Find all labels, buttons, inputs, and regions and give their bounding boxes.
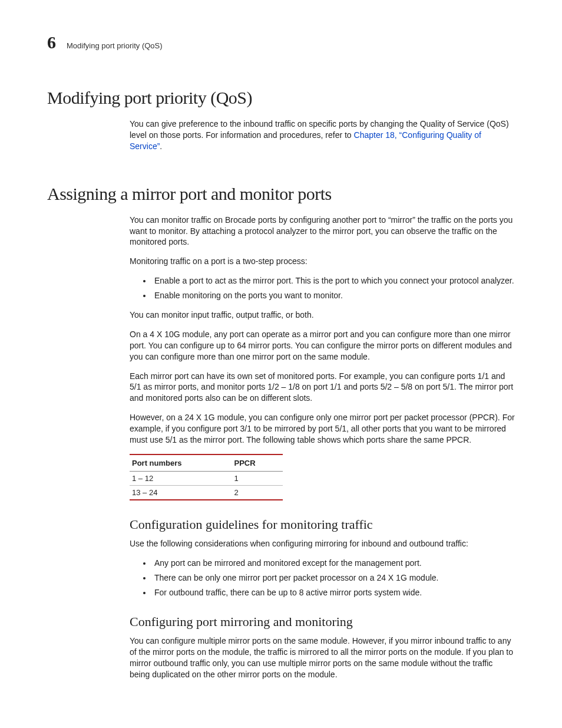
th-ppcr: PPCR xyxy=(232,454,283,472)
mirror-p3: You can monitor input traffic, output tr… xyxy=(130,309,515,321)
qos-para-text-post: . xyxy=(160,141,162,151)
section-body-mirror: You can monitor traffic on Brocade ports… xyxy=(130,215,515,680)
section-heading-mirror: Assigning a mirror port and monitor port… xyxy=(47,184,515,204)
section-body-qos: You can give preference to the inbound t… xyxy=(130,118,515,152)
list-item: There can be only one mirror port per pa… xyxy=(152,572,515,584)
guidelines-intro: Use the following considerations when co… xyxy=(130,538,515,549)
ppcr-table: Port numbers PPCR 1 – 12 1 13 – 24 2 xyxy=(130,454,283,500)
qos-paragraph: You can give preference to the inbound t… xyxy=(130,118,515,152)
th-port-numbers: Port numbers xyxy=(130,454,232,472)
list-item: Enable a port to act as the mirror port.… xyxy=(152,275,515,286)
table-row: 13 – 24 2 xyxy=(130,485,283,500)
mirror-p1: You can monitor traffic on Brocade ports… xyxy=(130,215,515,248)
td-ppcr: 2 xyxy=(232,485,283,500)
mirror-p5: Each mirror port can have its own set of… xyxy=(130,371,515,404)
mirror-p2: Monitoring traffic on a port is a two-st… xyxy=(130,256,515,267)
td-ports: 1 – 12 xyxy=(130,471,232,485)
subsection-heading-configuring: Configuring port mirroring and monitorin… xyxy=(130,614,515,630)
section-heading-qos: Modifying port priority (QoS) xyxy=(47,88,515,108)
list-item: Any port can be mirrored and monitored e… xyxy=(152,558,515,569)
running-header: 6 Modifying port priority (QoS) xyxy=(47,32,515,52)
td-ppcr: 1 xyxy=(232,471,283,485)
mirror-p6: However, on a 24 X 1G module, you can co… xyxy=(130,412,515,446)
mirror-steps-list: Enable a port to act as the mirror port.… xyxy=(130,275,515,301)
mirror-p4: On a 4 X 10G module, any port can operat… xyxy=(130,329,515,363)
guidelines-list: Any port can be mirrored and monitored e… xyxy=(130,558,515,598)
running-title: Modifying port priority (QoS) xyxy=(67,41,163,50)
chapter-number: 6 xyxy=(47,32,56,52)
td-ports: 13 – 24 xyxy=(130,485,232,500)
page: 6 Modifying port priority (QoS) Modifyin… xyxy=(0,0,562,728)
table-row: 1 – 12 1 xyxy=(130,471,283,485)
list-item: Enable monitoring on the ports you want … xyxy=(152,290,515,301)
table-header-row: Port numbers PPCR xyxy=(130,454,283,472)
list-item: For outbound traffic, there can be up to… xyxy=(152,587,515,598)
subsection-heading-guidelines: Configuration guidelines for monitoring … xyxy=(130,517,515,532)
configuring-p1: You can configure multiple mirror ports … xyxy=(130,635,515,680)
